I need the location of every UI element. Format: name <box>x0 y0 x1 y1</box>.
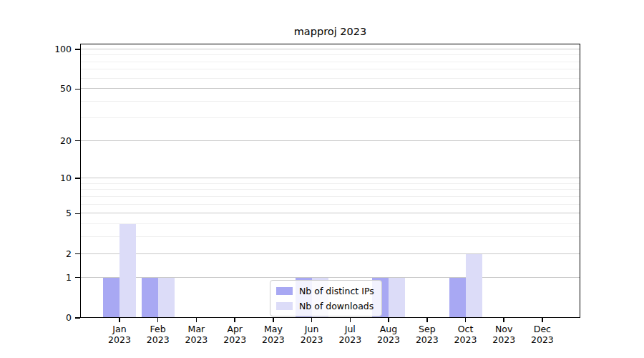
minor-gridline <box>80 189 580 190</box>
x-tick-label-year: 2023 <box>328 334 371 345</box>
major-gridline <box>80 178 580 178</box>
bar-downloads-oct <box>466 254 482 318</box>
x-tick-mark <box>350 318 351 322</box>
x-tick-label: Jul2023 <box>328 324 371 345</box>
x-tick-mark <box>542 318 543 322</box>
x-tick-label: Jan2023 <box>98 324 141 345</box>
x-tick-mark <box>426 318 428 322</box>
y-tick-label: 0 <box>0 311 72 324</box>
x-tick-label-month: Dec <box>521 324 564 334</box>
major-gridline <box>80 253 580 254</box>
bar-downloads-jan <box>119 224 136 318</box>
x-tick-label-month: Jan <box>98 324 141 334</box>
bar-distinct-ips-oct <box>449 278 466 318</box>
x-tick-label: Mar2023 <box>175 324 218 345</box>
minor-gridline <box>80 78 580 79</box>
minor-gridline <box>80 204 580 205</box>
y-tick-label: 10 <box>0 172 72 185</box>
y-tick-mark <box>75 317 80 319</box>
y-tick-label: 2 <box>0 248 72 261</box>
y-tick-mark <box>75 89 80 90</box>
x-tick-mark <box>234 318 235 322</box>
minor-gridline <box>80 101 580 102</box>
x-tick-label-month: Oct <box>444 324 487 334</box>
minor-gridline <box>80 183 580 184</box>
legend-item-distinct-ips: Nb of distinct IPs <box>276 284 374 297</box>
x-tick-label: May2023 <box>252 324 295 345</box>
x-tick-label-month: Feb <box>137 324 180 334</box>
x-tick-label-month: Jul <box>328 324 371 334</box>
x-tick-mark <box>388 318 389 322</box>
x-tick-label-year: 2023 <box>213 334 256 345</box>
x-tick-label: Apr2023 <box>213 324 256 345</box>
x-tick-mark <box>273 318 274 322</box>
x-tick-label-month: Jun <box>291 324 333 334</box>
x-tick-label-month: May <box>252 324 295 334</box>
legend-label-downloads: Nb of downloads <box>299 301 374 311</box>
y-tick-label: 5 <box>0 207 72 220</box>
x-tick-label: Oct2023 <box>444 324 487 345</box>
y-tick-label: 100 <box>0 43 72 56</box>
y-tick-mark <box>75 49 80 50</box>
x-tick-label-month: Mar <box>175 324 218 334</box>
minor-gridline <box>80 117 580 118</box>
major-gridline <box>80 140 580 141</box>
y-tick-mark <box>75 253 80 255</box>
x-tick-label: Aug2023 <box>367 324 410 345</box>
bar-distinct-ips-feb <box>142 278 158 318</box>
x-tick-label-year: 2023 <box>406 334 449 345</box>
x-tick-label-year: 2023 <box>252 334 295 345</box>
bar-downloads-feb <box>158 278 175 318</box>
x-tick-label: Sep2023 <box>406 324 449 345</box>
legend-item-downloads: Nb of downloads <box>276 299 374 312</box>
major-gridline <box>80 213 580 213</box>
x-tick-label: Dec2023 <box>521 324 564 345</box>
legend: Nb of distinct IPs Nb of downloads <box>270 280 382 316</box>
x-tick-label: Nov2023 <box>482 324 525 345</box>
minor-gridline <box>80 69 580 69</box>
x-tick-label-year: 2023 <box>367 334 410 345</box>
chart-figure: mapproj 2023 0125102050100Jan2023Feb2023… <box>0 0 644 358</box>
x-tick-mark <box>196 318 197 322</box>
y-tick-mark <box>75 178 80 179</box>
major-gridline <box>80 88 580 89</box>
x-tick-label-month: Aug <box>367 324 410 334</box>
x-tick-label-month: Nov <box>482 324 525 334</box>
x-tick-label-year: 2023 <box>98 334 141 345</box>
x-tick-label-year: 2023 <box>444 334 487 345</box>
chart-title: mapproj 2023 <box>80 25 580 38</box>
major-gridline <box>80 49 580 49</box>
x-tick-label-year: 2023 <box>175 334 218 345</box>
x-tick-label: Jun2023 <box>291 324 333 345</box>
x-tick-mark <box>465 318 467 322</box>
x-tick-mark <box>157 318 159 322</box>
legend-swatch-downloads <box>276 302 293 310</box>
x-tick-label-year: 2023 <box>137 334 180 345</box>
x-tick-label-year: 2023 <box>521 334 564 345</box>
x-tick-mark <box>503 318 504 322</box>
legend-swatch-distinct-ips <box>276 287 293 295</box>
minor-gridline <box>80 236 580 237</box>
x-tick-label: Feb2023 <box>137 324 180 345</box>
y-tick-mark <box>75 140 80 142</box>
x-tick-mark <box>311 318 313 322</box>
minor-gridline <box>80 196 580 197</box>
minor-gridline <box>80 54 580 55</box>
legend-label-distinct-ips: Nb of distinct IPs <box>299 286 374 296</box>
x-tick-label-month: Apr <box>213 324 256 334</box>
plot-area <box>80 44 580 318</box>
y-tick-label: 1 <box>0 271 72 284</box>
bar-distinct-ips-jan <box>103 278 119 318</box>
x-tick-label-month: Sep <box>406 324 449 334</box>
y-tick-label: 50 <box>0 82 72 95</box>
bar-downloads-aug <box>389 278 405 318</box>
minor-gridline <box>80 62 580 62</box>
x-tick-label-year: 2023 <box>291 334 333 345</box>
y-tick-mark <box>75 277 80 279</box>
x-tick-mark <box>119 318 120 322</box>
x-tick-label-year: 2023 <box>482 334 525 345</box>
minor-gridline <box>80 223 580 224</box>
y-tick-label: 20 <box>0 135 72 147</box>
y-tick-mark <box>75 213 80 215</box>
